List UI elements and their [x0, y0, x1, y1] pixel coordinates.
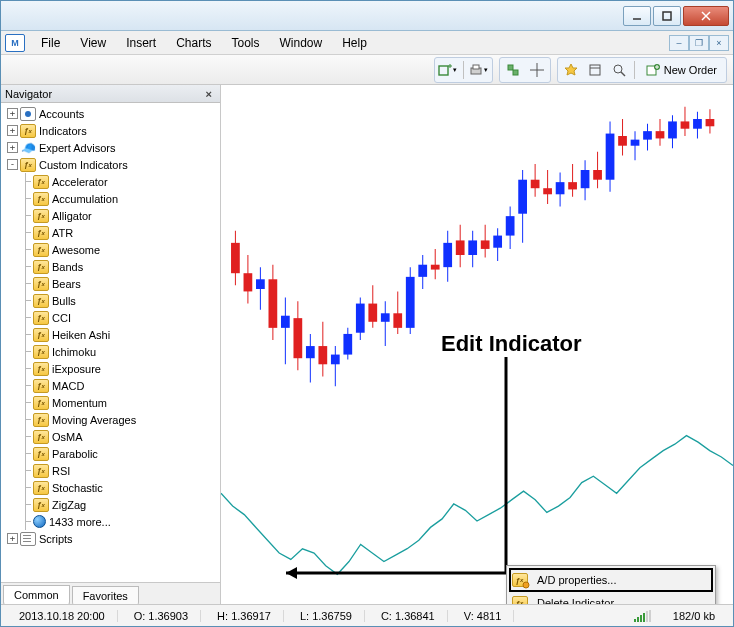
svg-rect-79: [581, 170, 590, 188]
client-area: Navigator × +Accounts+ƒxIndicators+🧢Expe…: [1, 85, 733, 604]
tree-item-accumulation[interactable]: ƒxAccumulation: [3, 190, 220, 207]
navigator-tree[interactable]: +Accounts+ƒxIndicators+🧢Expert Advisors-…: [1, 103, 220, 582]
navigator-tabs: Common Favorites: [1, 582, 220, 604]
svg-rect-9: [508, 65, 513, 70]
tree-item-moving-averages[interactable]: ƒxMoving Averages: [3, 411, 220, 428]
svg-rect-47: [381, 313, 390, 322]
tree-item-stochastic[interactable]: ƒxStochastic: [3, 479, 220, 496]
svg-rect-10: [513, 70, 518, 75]
tree-item-cci[interactable]: ƒxCCI: [3, 309, 220, 326]
menu-window[interactable]: Window: [270, 33, 333, 53]
svg-rect-63: [481, 240, 490, 249]
tree-more[interactable]: 1433 more...: [3, 513, 220, 530]
window-button[interactable]: [584, 60, 606, 80]
print-button[interactable]: ▾: [468, 60, 490, 80]
tree-item-awesome[interactable]: ƒxAwesome: [3, 241, 220, 258]
svg-rect-81: [593, 170, 602, 180]
statusbar: 2013.10.18 20:00 O: 1.36903 H: 1.36917 L…: [1, 604, 733, 626]
svg-rect-97: [693, 119, 702, 129]
menu-view[interactable]: View: [70, 33, 116, 53]
ctx-a-d-properties[interactable]: ƒxA/D properties...: [509, 568, 713, 592]
tree-indicators[interactable]: +ƒxIndicators: [3, 122, 220, 139]
annotation-label: Edit Indicator: [441, 331, 582, 357]
navigator-title: Navigator ×: [1, 85, 220, 103]
add-chart-button[interactable]: ▾: [437, 60, 459, 80]
tree-item-zigzag[interactable]: ƒxZigZag: [3, 496, 220, 513]
minimize-button[interactable]: [623, 6, 651, 26]
tab-common[interactable]: Common: [3, 585, 70, 604]
new-order-button[interactable]: New Order: [639, 60, 724, 80]
svg-marker-13: [565, 64, 577, 75]
svg-rect-25: [244, 273, 253, 291]
svg-rect-29: [269, 279, 278, 328]
tree-item-bears[interactable]: ƒxBears: [3, 275, 220, 292]
app-window: M FileViewInsertChartsToolsWindowHelp – …: [0, 0, 734, 627]
expand-icon[interactable]: +: [7, 142, 18, 153]
svg-rect-73: [543, 188, 552, 194]
svg-marker-102: [286, 567, 297, 579]
menu-file[interactable]: File: [31, 33, 70, 53]
tree-item-momentum[interactable]: ƒxMomentum: [3, 394, 220, 411]
tree-item-iexposure[interactable]: ƒxiExposure: [3, 360, 220, 377]
maximize-button[interactable]: [653, 6, 681, 26]
svg-rect-71: [531, 180, 540, 189]
menubar: M FileViewInsertChartsToolsWindowHelp – …: [1, 31, 733, 55]
svg-rect-99: [706, 119, 715, 126]
status-low: L: 1.36759: [288, 610, 365, 622]
svg-rect-59: [456, 240, 465, 255]
tree-item-osma[interactable]: ƒxOsMA: [3, 428, 220, 445]
tree-item-alligator[interactable]: ƒxAlligator: [3, 207, 220, 224]
tree-item-ichimoku[interactable]: ƒxIchimoku: [3, 343, 220, 360]
expand-icon[interactable]: -: [7, 159, 18, 170]
mdi-controls: – ❐ ×: [669, 35, 733, 51]
tree-expert-advisors[interactable]: +🧢Expert Advisors: [3, 139, 220, 156]
menu-help[interactable]: Help: [332, 33, 377, 53]
svg-rect-45: [368, 304, 377, 322]
menu-charts[interactable]: Charts: [166, 33, 221, 53]
status-datetime: 2013.10.18 20:00: [7, 610, 118, 622]
tree-scripts[interactable]: +Scripts: [3, 530, 220, 547]
crosshair-button[interactable]: [526, 60, 548, 80]
ctx-delete-indicator[interactable]: ƒxDelete Indicator: [509, 592, 713, 604]
tree-item-bands[interactable]: ƒxBands: [3, 258, 220, 275]
new-order-label: New Order: [664, 64, 717, 76]
svg-rect-8: [473, 65, 479, 69]
tab-favorites[interactable]: Favorites: [72, 586, 139, 604]
profiles-button[interactable]: [502, 60, 524, 80]
expand-icon[interactable]: +: [7, 125, 18, 136]
tree-accounts[interactable]: +Accounts: [3, 105, 220, 122]
svg-rect-53: [418, 265, 427, 277]
svg-rect-91: [656, 131, 665, 138]
chart-area[interactable]: Edit Indicator ƒxA/D properties...ƒxDele…: [221, 85, 733, 604]
svg-rect-89: [643, 131, 652, 140]
tree-custom-indicators[interactable]: -ƒxCustom Indicators: [3, 156, 220, 173]
expand-icon[interactable]: +: [7, 108, 18, 119]
menu-tools[interactable]: Tools: [222, 33, 270, 53]
fx-gear-icon: ƒx: [511, 571, 531, 589]
svg-line-17: [621, 72, 625, 76]
app-icon: M: [5, 34, 25, 52]
navigator-close-button[interactable]: ×: [202, 88, 216, 100]
tree-item-accelerator[interactable]: ƒxAccelerator: [3, 173, 220, 190]
zoom-button[interactable]: [608, 60, 630, 80]
connection-icon: [634, 610, 651, 622]
menu-insert[interactable]: Insert: [116, 33, 166, 53]
favorites-button[interactable]: [560, 60, 582, 80]
close-button[interactable]: [683, 6, 729, 26]
context-menu: ƒxA/D properties...ƒxDelete IndicatorDel…: [506, 565, 716, 604]
mdi-minimize-button[interactable]: –: [669, 35, 689, 51]
mdi-restore-button[interactable]: ❐: [689, 35, 709, 51]
tree-item-rsi[interactable]: ƒxRSI: [3, 462, 220, 479]
mdi-close-button[interactable]: ×: [709, 35, 729, 51]
tree-item-macd[interactable]: ƒxMACD: [3, 377, 220, 394]
tree-item-parabolic[interactable]: ƒxParabolic: [3, 445, 220, 462]
svg-rect-65: [493, 236, 502, 248]
tree-item-atr[interactable]: ƒxATR: [3, 224, 220, 241]
tree-item-heiken-ashi[interactable]: ƒxHeiken Ashi: [3, 326, 220, 343]
status-close: C: 1.36841: [369, 610, 448, 622]
annotation-arrow: [281, 355, 511, 585]
tree-item-bulls[interactable]: ƒxBulls: [3, 292, 220, 309]
navigator-title-text: Navigator: [5, 88, 52, 100]
svg-rect-57: [443, 243, 452, 267]
svg-rect-43: [356, 304, 365, 333]
